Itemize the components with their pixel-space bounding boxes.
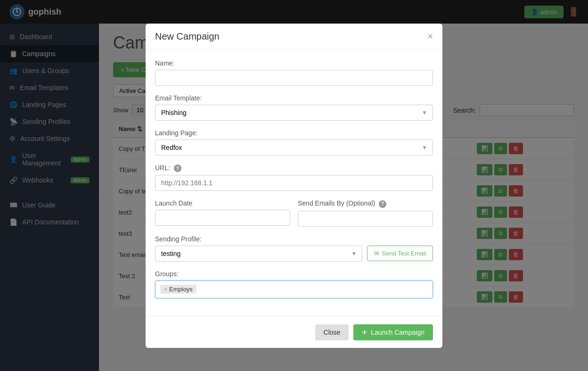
modal-close-button[interactable]: ×	[427, 32, 433, 41]
url-label: URL: ?	[155, 164, 433, 173]
launch-campaign-button[interactable]: ✈ Launch Campaign	[353, 324, 433, 340]
email-template-select[interactable]: Phishing	[155, 105, 433, 121]
groups-label: Groups:	[155, 270, 433, 278]
send-test-email-button[interactable]: ✉ Send Test Email	[367, 246, 433, 261]
launch-date-label: Launch Date	[155, 199, 290, 207]
sending-profile-row: testing ▼ ✉ Send Test Email	[155, 246, 433, 262]
campaign-name-input[interactable]: Red Teaming Engagement	[155, 70, 433, 86]
sending-profile-group: Sending Profile: testing ▼ ✉ Send Test E…	[155, 235, 433, 262]
email-template-wrapper: Phishing ▼	[155, 105, 433, 121]
launch-date-group: Launch Date November 5th 2022, 7:20 pm	[155, 199, 290, 227]
modal-body: Name: Red Teaming Engagement Email Templ…	[146, 50, 442, 316]
groups-field-group: Groups: × Employs	[155, 270, 433, 298]
sending-profile-wrapper: testing ▼	[155, 246, 362, 262]
name-field-group: Name: Red Teaming Engagement	[155, 59, 433, 86]
groups-input-container[interactable]: × Employs	[155, 280, 433, 298]
group-tag: × Employs	[160, 285, 196, 294]
landing-page-select[interactable]: Redfox	[155, 140, 433, 156]
modal-footer: Close ✈ Launch Campaign	[146, 316, 442, 348]
groups-search-input[interactable]	[198, 286, 428, 293]
modal-title: New Campaign	[155, 31, 220, 42]
send-emails-by-label: Send Emails By (Optional) ?	[298, 199, 433, 208]
send-emails-by-input[interactable]	[298, 211, 433, 227]
close-modal-button[interactable]: Close	[315, 324, 349, 340]
name-label: Name:	[155, 59, 433, 67]
sending-profile-select[interactable]: testing	[155, 246, 362, 262]
send-emails-by-group: Send Emails By (Optional) ?	[298, 199, 433, 227]
url-input[interactable]	[155, 175, 433, 191]
landing-page-wrapper: Redfox ▼	[155, 140, 433, 156]
envelope-icon: ✉	[374, 250, 379, 257]
modal-header: New Campaign ×	[146, 24, 442, 50]
dates-row: Launch Date November 5th 2022, 7:20 pm S…	[155, 199, 433, 235]
new-campaign-modal: New Campaign × Name: Red Teaming Engagem…	[146, 24, 442, 348]
tag-remove-icon[interactable]: ×	[164, 286, 167, 293]
landing-page-label: Landing Page:	[155, 129, 433, 137]
email-template-label: Email Template:	[155, 94, 433, 102]
url-field-group: URL: ?	[155, 164, 433, 191]
modal-overlay: New Campaign × Name: Red Teaming Engagem…	[0, 0, 588, 371]
url-help-icon[interactable]: ?	[174, 165, 181, 172]
email-template-group: Email Template: Phishing ▼	[155, 94, 433, 121]
tag-label: Employs	[169, 286, 193, 293]
paper-plane-icon: ✈	[362, 329, 368, 336]
sending-profile-label: Sending Profile:	[155, 235, 433, 243]
send-emails-help-icon[interactable]: ?	[379, 200, 386, 208]
landing-page-group: Landing Page: Redfox ▼	[155, 129, 433, 156]
launch-date-input[interactable]: November 5th 2022, 7:20 pm	[155, 210, 290, 226]
